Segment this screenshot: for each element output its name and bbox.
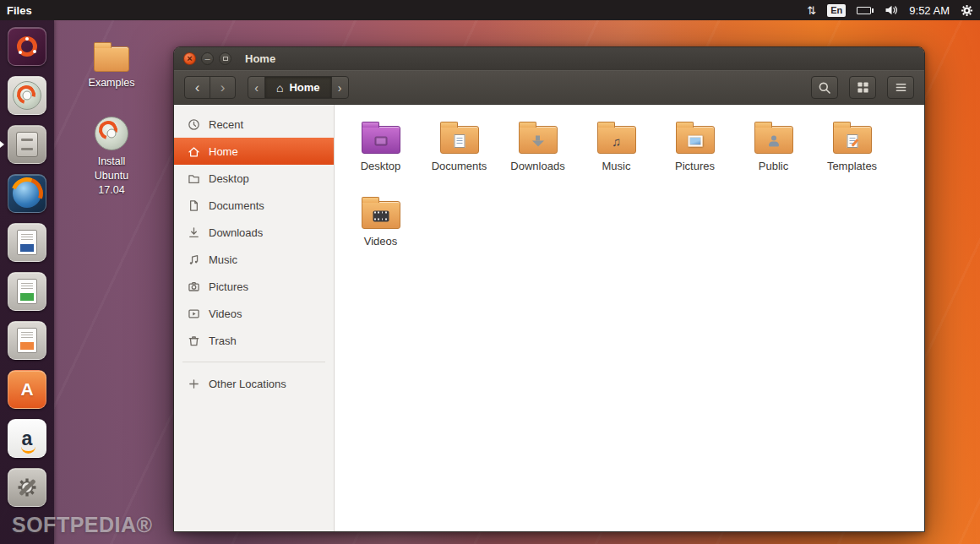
session-gear-icon[interactable] (961, 4, 973, 17)
system-settings-icon (8, 468, 46, 507)
sidebar-divider (182, 362, 325, 362)
video-icon (187, 307, 200, 320)
sidebar-item-home[interactable]: Home (174, 138, 334, 165)
plus-icon (187, 378, 200, 390)
launcher-item-ubuntu-software[interactable]: A (0, 370, 54, 409)
sidebar-item-videos[interactable]: Videos (174, 300, 334, 327)
chevron-left-icon: ‹ (195, 79, 200, 96)
hamburger-menu-icon (895, 81, 907, 94)
sidebar-item-recent[interactable]: Recent (174, 111, 334, 138)
close-button[interactable]: × (183, 52, 196, 65)
history-nav: ‹ › (184, 76, 236, 99)
templates-folder-icon (833, 126, 872, 154)
icon-view-button[interactable] (849, 76, 876, 99)
sidebar-item-trash[interactable]: Trash (174, 327, 334, 354)
download-icon (187, 226, 200, 239)
desktop-icon-examples[interactable]: Examples (84, 41, 139, 90)
toolbar-actions (811, 76, 914, 99)
launcher-item-dash[interactable] (0, 27, 54, 66)
path-scroll-right-button[interactable]: › (331, 76, 349, 99)
file-grid: Desktop Documents Downloads ♫ Music Pict… (335, 105, 924, 531)
file-item-templates[interactable]: Templates (813, 116, 891, 191)
files-window: × – Home ‹ › ‹ ⌂ Home › (173, 46, 925, 532)
ubuntu-software-icon: A (8, 370, 46, 409)
desktop-icon-install-ubuntu[interactable]: Install Ubuntu 17.04 (84, 117, 139, 198)
window-body: Recent Home Desktop Documents Downloads (174, 105, 924, 531)
network-indicator-icon[interactable]: ⇅ (807, 4, 816, 17)
launcher-item-amazon[interactable]: a (0, 419, 54, 458)
chevron-left-icon: ‹ (254, 81, 259, 95)
camera-icon (187, 280, 200, 293)
forward-button[interactable]: › (210, 76, 236, 99)
music-note-icon (187, 253, 200, 266)
public-folder-icon (754, 126, 793, 154)
amazon-icon: a (8, 419, 46, 458)
titlebar[interactable]: × – Home (174, 47, 924, 70)
libreoffice-writer-icon (8, 223, 46, 262)
chevron-right-icon: › (220, 79, 226, 96)
install-ubuntu-icon (8, 76, 46, 115)
window-title: Home (245, 52, 275, 65)
maximize-button[interactable] (219, 52, 231, 65)
file-item-public[interactable]: Public (734, 116, 813, 191)
home-icon (187, 145, 200, 158)
path-bar: ‹ ⌂ Home › (248, 76, 349, 99)
indicator-tray: ⇅ En 9:52 AM (807, 4, 973, 17)
launcher-item-install-ubuntu[interactable] (0, 76, 54, 115)
active-app-name[interactable]: Files (7, 4, 32, 17)
videos-folder-icon (362, 201, 400, 229)
desktop-folder-icon (362, 126, 400, 154)
install-cd-icon (95, 117, 128, 150)
file-item-desktop[interactable]: Desktop (341, 116, 420, 191)
ubuntu-logo-icon (8, 27, 46, 66)
back-button[interactable]: ‹ (184, 76, 210, 99)
file-item-downloads[interactable]: Downloads (498, 116, 577, 191)
documents-folder-icon (440, 126, 479, 154)
launcher-item-libreoffice-writer[interactable] (0, 223, 54, 262)
libreoffice-calc-icon (8, 272, 46, 311)
clock-icon (187, 118, 200, 131)
desktop-icon-label: Install Ubuntu 17.04 (84, 155, 139, 198)
places-sidebar: Recent Home Desktop Documents Downloads (174, 105, 335, 531)
search-icon (818, 81, 831, 95)
sidebar-item-pictures[interactable]: Pictures (174, 273, 334, 300)
unity-launcher: A a (0, 20, 54, 544)
top-panel: Files ⇅ En 9:52 AM (0, 0, 980, 20)
sidebar-item-desktop[interactable]: Desktop (174, 165, 334, 192)
sidebar-item-downloads[interactable]: Downloads (174, 219, 334, 246)
libreoffice-impress-icon (8, 321, 46, 360)
launcher-item-files[interactable] (0, 125, 54, 164)
desktop-wallpaper: Files ⇅ En 9:52 AM (0, 0, 980, 544)
launcher-item-firefox[interactable] (0, 174, 54, 213)
launcher-item-libreoffice-calc[interactable] (0, 272, 54, 311)
minimize-button[interactable]: – (201, 52, 214, 65)
launcher-item-libreoffice-impress[interactable] (0, 321, 54, 360)
path-scroll-left-button[interactable]: ‹ (248, 76, 265, 99)
pictures-folder-icon (676, 126, 715, 154)
trash-icon (187, 335, 200, 347)
volume-icon[interactable] (885, 4, 898, 16)
search-button[interactable] (811, 76, 838, 99)
home-icon: ⌂ (276, 81, 283, 95)
file-item-music[interactable]: ♫ Music (577, 116, 656, 191)
battery-icon[interactable] (857, 7, 874, 14)
music-folder-icon: ♫ (597, 126, 636, 154)
file-item-documents[interactable]: Documents (420, 116, 498, 191)
menu-button[interactable] (887, 76, 914, 99)
document-icon (187, 199, 200, 212)
folder-icon (187, 172, 200, 185)
sidebar-item-other-locations[interactable]: Other Locations (174, 370, 334, 397)
files-icon (8, 125, 46, 164)
file-item-videos[interactable]: Videos (341, 191, 420, 266)
clock[interactable]: 9:52 AM (909, 4, 950, 17)
firefox-icon (8, 174, 46, 213)
sidebar-item-documents[interactable]: Documents (174, 192, 334, 219)
launcher-item-system-settings[interactable] (0, 468, 54, 507)
breadcrumb-home[interactable]: ⌂ Home (264, 76, 332, 99)
folder-icon (94, 46, 129, 72)
sidebar-item-music[interactable]: Music (174, 246, 334, 273)
keyboard-indicator[interactable]: En (827, 4, 846, 17)
file-item-pictures[interactable]: Pictures (656, 116, 734, 191)
toolbar: ‹ › ‹ ⌂ Home › (174, 70, 924, 105)
chevron-right-icon: › (338, 81, 342, 95)
